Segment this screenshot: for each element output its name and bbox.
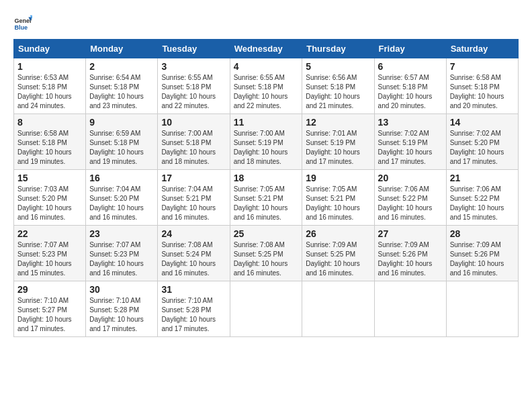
calendar-cell: 30 Sunrise: 7:10 AM Sunset: 5:28 PM Dayl…: [86, 281, 158, 337]
calendar-cell: 19 Sunrise: 7:05 AM Sunset: 5:21 PM Dayl…: [302, 170, 374, 226]
calendar-cell: 7 Sunrise: 6:58 AM Sunset: 5:18 PM Dayli…: [446, 58, 518, 114]
day-info: Sunrise: 7:07 AM Sunset: 5:23 PM Dayligh…: [17, 240, 82, 278]
calendar-cell: 25 Sunrise: 7:08 AM Sunset: 5:25 PM Dayl…: [230, 226, 302, 281]
calendar-cell: 4 Sunrise: 6:55 AM Sunset: 5:18 PM Dayli…: [230, 58, 302, 114]
day-info: Sunrise: 7:02 AM Sunset: 5:20 PM Dayligh…: [450, 129, 515, 167]
column-header-tuesday: Tuesday: [158, 40, 230, 58]
calendar-cell: [230, 281, 302, 337]
day-info: Sunrise: 6:54 AM Sunset: 5:18 PM Dayligh…: [89, 73, 154, 111]
calendar-header-row: SundayMondayTuesdayWednesdayThursdayFrid…: [14, 40, 519, 58]
day-number: 4: [234, 61, 299, 72]
day-number: 7: [450, 61, 515, 72]
day-info: Sunrise: 7:09 AM Sunset: 5:25 PM Dayligh…: [306, 240, 370, 278]
day-number: 11: [234, 117, 299, 128]
day-number: 1: [17, 61, 82, 72]
calendar-cell: 13 Sunrise: 7:02 AM Sunset: 5:19 PM Dayl…: [374, 114, 446, 170]
calendar-week-row: 29 Sunrise: 7:10 AM Sunset: 5:27 PM Dayl…: [14, 281, 519, 337]
day-info: Sunrise: 7:06 AM Sunset: 5:22 PM Dayligh…: [450, 185, 515, 222]
calendar-cell: 14 Sunrise: 7:02 AM Sunset: 5:20 PM Dayl…: [446, 114, 518, 170]
day-info: Sunrise: 7:05 AM Sunset: 5:21 PM Dayligh…: [306, 185, 370, 222]
day-number: 27: [378, 228, 443, 239]
column-header-monday: Monday: [86, 40, 158, 58]
calendar-cell: 6 Sunrise: 6:57 AM Sunset: 5:18 PM Dayli…: [374, 58, 446, 114]
day-info: Sunrise: 7:09 AM Sunset: 5:26 PM Dayligh…: [450, 240, 515, 278]
day-info: Sunrise: 7:00 AM Sunset: 5:19 PM Dayligh…: [234, 129, 299, 167]
logo-icon: General Blue: [13, 13, 32, 32]
calendar-cell: 17 Sunrise: 7:04 AM Sunset: 5:21 PM Dayl…: [158, 170, 230, 226]
column-header-wednesday: Wednesday: [230, 40, 302, 58]
day-info: Sunrise: 7:10 AM Sunset: 5:27 PM Dayligh…: [17, 296, 82, 334]
day-info: Sunrise: 6:55 AM Sunset: 5:18 PM Dayligh…: [161, 73, 226, 111]
day-number: 19: [306, 173, 370, 183]
calendar-week-row: 22 Sunrise: 7:07 AM Sunset: 5:23 PM Dayl…: [14, 226, 519, 281]
day-number: 10: [161, 117, 226, 128]
day-info: Sunrise: 7:06 AM Sunset: 5:22 PM Dayligh…: [378, 185, 443, 222]
day-info: Sunrise: 7:04 AM Sunset: 5:21 PM Dayligh…: [161, 185, 226, 222]
calendar-cell: 27 Sunrise: 7:09 AM Sunset: 5:26 PM Dayl…: [374, 226, 446, 281]
day-info: Sunrise: 7:09 AM Sunset: 5:26 PM Dayligh…: [378, 240, 443, 278]
calendar-cell: 26 Sunrise: 7:09 AM Sunset: 5:25 PM Dayl…: [302, 226, 374, 281]
day-number: 13: [378, 117, 443, 128]
calendar-cell: 16 Sunrise: 7:04 AM Sunset: 5:20 PM Dayl…: [86, 170, 158, 226]
day-info: Sunrise: 6:53 AM Sunset: 5:18 PM Dayligh…: [17, 73, 82, 111]
calendar-cell: 28 Sunrise: 7:09 AM Sunset: 5:26 PM Dayl…: [446, 226, 518, 281]
day-info: Sunrise: 7:05 AM Sunset: 5:21 PM Dayligh…: [234, 185, 299, 222]
calendar-week-row: 8 Sunrise: 6:58 AM Sunset: 5:18 PM Dayli…: [14, 114, 519, 170]
calendar-cell: [302, 281, 374, 337]
calendar-cell: 15 Sunrise: 7:03 AM Sunset: 5:20 PM Dayl…: [14, 170, 86, 226]
day-number: 9: [89, 117, 154, 128]
day-number: 26: [306, 228, 370, 239]
svg-text:Blue: Blue: [14, 24, 28, 31]
day-number: 31: [161, 284, 226, 295]
day-number: 6: [378, 61, 443, 72]
day-info: Sunrise: 7:08 AM Sunset: 5:24 PM Dayligh…: [161, 240, 226, 278]
day-number: 24: [161, 228, 226, 239]
calendar-cell: 24 Sunrise: 7:08 AM Sunset: 5:24 PM Dayl…: [158, 226, 230, 281]
calendar-cell: 9 Sunrise: 6:59 AM Sunset: 5:18 PM Dayli…: [86, 114, 158, 170]
day-number: 30: [89, 284, 154, 295]
day-info: Sunrise: 6:55 AM Sunset: 5:18 PM Dayligh…: [234, 73, 299, 111]
day-number: 14: [450, 117, 515, 128]
day-number: 20: [378, 173, 443, 183]
day-info: Sunrise: 7:02 AM Sunset: 5:19 PM Dayligh…: [378, 129, 443, 167]
calendar-cell: 8 Sunrise: 6:58 AM Sunset: 5:18 PM Dayli…: [14, 114, 86, 170]
day-number: 15: [17, 173, 82, 183]
day-info: Sunrise: 6:57 AM Sunset: 5:18 PM Dayligh…: [378, 73, 443, 111]
calendar-cell: 21 Sunrise: 7:06 AM Sunset: 5:22 PM Dayl…: [446, 170, 518, 226]
day-number: 28: [450, 228, 515, 239]
day-info: Sunrise: 7:10 AM Sunset: 5:28 PM Dayligh…: [161, 296, 226, 334]
day-number: 18: [234, 173, 299, 183]
calendar-cell: 20 Sunrise: 7:06 AM Sunset: 5:22 PM Dayl…: [374, 170, 446, 226]
calendar-cell: 31 Sunrise: 7:10 AM Sunset: 5:28 PM Dayl…: [158, 281, 230, 337]
day-number: 3: [161, 61, 226, 72]
day-number: 12: [306, 117, 370, 128]
calendar: SundayMondayTuesdayWednesdayThursdayFrid…: [13, 39, 519, 337]
day-number: 8: [17, 117, 82, 128]
column-header-sunday: Sunday: [14, 40, 86, 58]
calendar-cell: 12 Sunrise: 7:01 AM Sunset: 5:19 PM Dayl…: [302, 114, 374, 170]
day-info: Sunrise: 7:01 AM Sunset: 5:19 PM Dayligh…: [306, 129, 370, 167]
day-number: 16: [89, 173, 154, 183]
day-info: Sunrise: 6:56 AM Sunset: 5:18 PM Dayligh…: [306, 73, 370, 111]
day-number: 25: [234, 228, 299, 239]
day-info: Sunrise: 7:04 AM Sunset: 5:20 PM Dayligh…: [89, 185, 154, 222]
calendar-cell: 23 Sunrise: 7:07 AM Sunset: 5:23 PM Dayl…: [86, 226, 158, 281]
calendar-cell: [374, 281, 446, 337]
calendar-cell: 5 Sunrise: 6:56 AM Sunset: 5:18 PM Dayli…: [302, 58, 374, 114]
column-header-saturday: Saturday: [446, 40, 518, 58]
day-info: Sunrise: 6:58 AM Sunset: 5:18 PM Dayligh…: [450, 73, 515, 111]
header: General Blue: [13, 13, 519, 32]
day-number: 29: [17, 284, 82, 295]
calendar-cell: 1 Sunrise: 6:53 AM Sunset: 5:18 PM Dayli…: [14, 58, 86, 114]
day-info: Sunrise: 7:07 AM Sunset: 5:23 PM Dayligh…: [89, 240, 154, 278]
day-info: Sunrise: 6:58 AM Sunset: 5:18 PM Dayligh…: [17, 129, 82, 167]
calendar-week-row: 1 Sunrise: 6:53 AM Sunset: 5:18 PM Dayli…: [14, 58, 519, 114]
logo: General Blue: [13, 13, 32, 32]
day-number: 21: [450, 173, 515, 183]
calendar-cell: 29 Sunrise: 7:10 AM Sunset: 5:27 PM Dayl…: [14, 281, 86, 337]
day-number: 22: [17, 228, 82, 239]
calendar-cell: 22 Sunrise: 7:07 AM Sunset: 5:23 PM Dayl…: [14, 226, 86, 281]
day-number: 23: [89, 228, 154, 239]
calendar-cell: 18 Sunrise: 7:05 AM Sunset: 5:21 PM Dayl…: [230, 170, 302, 226]
calendar-cell: 3 Sunrise: 6:55 AM Sunset: 5:18 PM Dayli…: [158, 58, 230, 114]
